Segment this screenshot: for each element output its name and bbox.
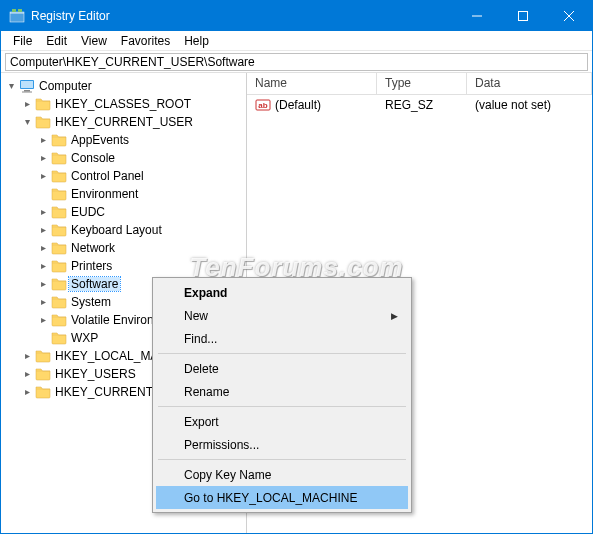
tree-node-label: AppEvents bbox=[69, 133, 131, 147]
context-menu: ExpandNewFind...DeleteRenameExportPermis… bbox=[152, 277, 412, 513]
expand-icon[interactable]: ▸ bbox=[37, 296, 49, 308]
tree-node-label: Console bbox=[69, 151, 117, 165]
tree-node-label: WXP bbox=[69, 331, 100, 345]
tree-node-key[interactable]: ▸Environment bbox=[37, 185, 246, 203]
tree-node-hive[interactable]: ▾HKEY_CURRENT_USER bbox=[21, 113, 246, 131]
tree-node-key[interactable]: ▸Network bbox=[37, 239, 246, 257]
column-header-name[interactable]: Name bbox=[247, 73, 377, 94]
expand-icon[interactable]: ▸ bbox=[37, 152, 49, 164]
context-menu-item[interactable]: Permissions... bbox=[156, 433, 408, 456]
expand-icon[interactable]: ▸ bbox=[37, 278, 49, 290]
titlebar[interactable]: Registry Editor bbox=[1, 1, 592, 31]
tree-node-label: System bbox=[69, 295, 113, 309]
folder-icon bbox=[51, 150, 67, 166]
folder-icon bbox=[51, 204, 67, 220]
context-menu-item[interactable]: Rename bbox=[156, 380, 408, 403]
folder-icon bbox=[35, 348, 51, 364]
tree-node-key[interactable]: ▸EUDC bbox=[37, 203, 246, 221]
expand-icon[interactable]: ▸ bbox=[37, 242, 49, 254]
column-header-data[interactable]: Data bbox=[467, 73, 592, 94]
folder-icon bbox=[51, 330, 67, 346]
tree-node-label: Network bbox=[69, 241, 117, 255]
menu-view[interactable]: View bbox=[75, 33, 113, 49]
expand-icon[interactable]: ▸ bbox=[37, 314, 49, 326]
tree-node-label: Computer bbox=[37, 79, 94, 93]
svg-rect-10 bbox=[24, 90, 30, 92]
tree-node-label: HKEY_USERS bbox=[53, 367, 138, 381]
list-header: Name Type Data bbox=[247, 73, 592, 95]
svg-rect-11 bbox=[22, 92, 32, 93]
computer-icon bbox=[19, 78, 35, 94]
minimize-button[interactable] bbox=[454, 1, 500, 31]
tree-node-label: Printers bbox=[69, 259, 114, 273]
column-header-type[interactable]: Type bbox=[377, 73, 467, 94]
tree-node-label: Environment bbox=[69, 187, 140, 201]
expand-icon[interactable]: ▸ bbox=[21, 98, 33, 110]
menu-favorites[interactable]: Favorites bbox=[115, 33, 176, 49]
window-title: Registry Editor bbox=[31, 9, 110, 23]
svg-rect-5 bbox=[519, 12, 528, 21]
address-input[interactable] bbox=[5, 53, 588, 71]
window-controls bbox=[454, 1, 592, 31]
menu-edit[interactable]: Edit bbox=[40, 33, 73, 49]
tree-node-hive[interactable]: ▸HKEY_CLASSES_ROOT bbox=[21, 95, 246, 113]
svg-rect-3 bbox=[18, 9, 22, 12]
tree-node-label: EUDC bbox=[69, 205, 107, 219]
context-menu-item[interactable]: Delete bbox=[156, 357, 408, 380]
folder-icon bbox=[51, 312, 67, 328]
expand-icon[interactable]: ▸ bbox=[21, 350, 33, 362]
tree-node-label: Control Panel bbox=[69, 169, 146, 183]
tree-node-label: Keyboard Layout bbox=[69, 223, 164, 237]
tree-node-key[interactable]: ▸AppEvents bbox=[37, 131, 246, 149]
folder-icon bbox=[51, 294, 67, 310]
folder-icon bbox=[51, 186, 67, 202]
tree-node-label: Software bbox=[69, 277, 120, 291]
context-menu-separator bbox=[158, 353, 406, 354]
context-menu-item[interactable]: Export bbox=[156, 410, 408, 433]
folder-icon bbox=[35, 96, 51, 112]
value-type: REG_SZ bbox=[377, 98, 467, 112]
menu-file[interactable]: File bbox=[7, 33, 38, 49]
folder-icon bbox=[35, 366, 51, 382]
folder-icon bbox=[51, 132, 67, 148]
regedit-icon bbox=[9, 8, 25, 24]
close-button[interactable] bbox=[546, 1, 592, 31]
folder-icon bbox=[51, 222, 67, 238]
maximize-button[interactable] bbox=[500, 1, 546, 31]
value-name: (Default) bbox=[275, 98, 321, 112]
context-menu-item[interactable]: New bbox=[156, 304, 408, 327]
string-value-icon: ab bbox=[255, 97, 271, 113]
svg-text:ab: ab bbox=[258, 101, 267, 110]
address-bar bbox=[1, 51, 592, 73]
tree-node-key[interactable]: ▸Printers bbox=[37, 257, 246, 275]
tree-node-key[interactable]: ▸Control Panel bbox=[37, 167, 246, 185]
menu-help[interactable]: Help bbox=[178, 33, 215, 49]
context-menu-item[interactable]: Copy Key Name bbox=[156, 463, 408, 486]
collapse-icon[interactable]: ▾ bbox=[5, 80, 17, 92]
context-menu-item[interactable]: Expand bbox=[156, 281, 408, 304]
expand-icon[interactable]: ▸ bbox=[37, 134, 49, 146]
svg-rect-9 bbox=[21, 81, 33, 88]
context-menu-item[interactable]: Go to HKEY_LOCAL_MACHINE bbox=[156, 486, 408, 509]
expand-icon[interactable]: ▸ bbox=[37, 170, 49, 182]
expand-icon[interactable]: ▸ bbox=[21, 386, 33, 398]
expand-icon[interactable]: ▸ bbox=[37, 206, 49, 218]
folder-icon bbox=[51, 258, 67, 274]
expand-icon[interactable]: ▸ bbox=[37, 260, 49, 272]
context-menu-separator bbox=[158, 406, 406, 407]
value-data: (value not set) bbox=[467, 98, 592, 112]
context-menu-item[interactable]: Find... bbox=[156, 327, 408, 350]
tree-node-key[interactable]: ▸Console bbox=[37, 149, 246, 167]
svg-rect-2 bbox=[12, 9, 16, 12]
list-row[interactable]: ab(Default)REG_SZ(value not set) bbox=[247, 95, 592, 115]
folder-icon bbox=[51, 276, 67, 292]
menubar: File Edit View Favorites Help bbox=[1, 31, 592, 51]
expand-icon[interactable]: ▸ bbox=[37, 224, 49, 236]
tree-node-key[interactable]: ▸Keyboard Layout bbox=[37, 221, 246, 239]
folder-icon bbox=[51, 168, 67, 184]
expand-icon[interactable]: ▸ bbox=[21, 368, 33, 380]
folder-icon bbox=[35, 114, 51, 130]
tree-node-computer[interactable]: ▾ Computer bbox=[5, 77, 246, 95]
svg-rect-1 bbox=[10, 12, 24, 14]
collapse-icon[interactable]: ▾ bbox=[21, 116, 33, 128]
